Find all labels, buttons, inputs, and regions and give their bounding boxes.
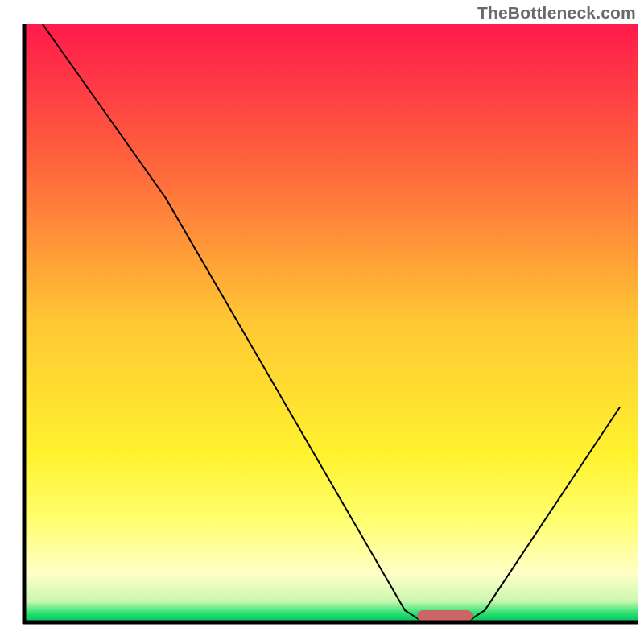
chart-container: { "watermark": "TheBottleneck.com", "cha…	[0, 0, 644, 644]
gradient-background	[24, 24, 638, 622]
plot-area	[24, 24, 638, 622]
optimal-range-marker	[417, 610, 473, 621]
watermark-text: TheBottleneck.com	[477, 3, 636, 23]
bottleneck-chart	[0, 0, 644, 644]
